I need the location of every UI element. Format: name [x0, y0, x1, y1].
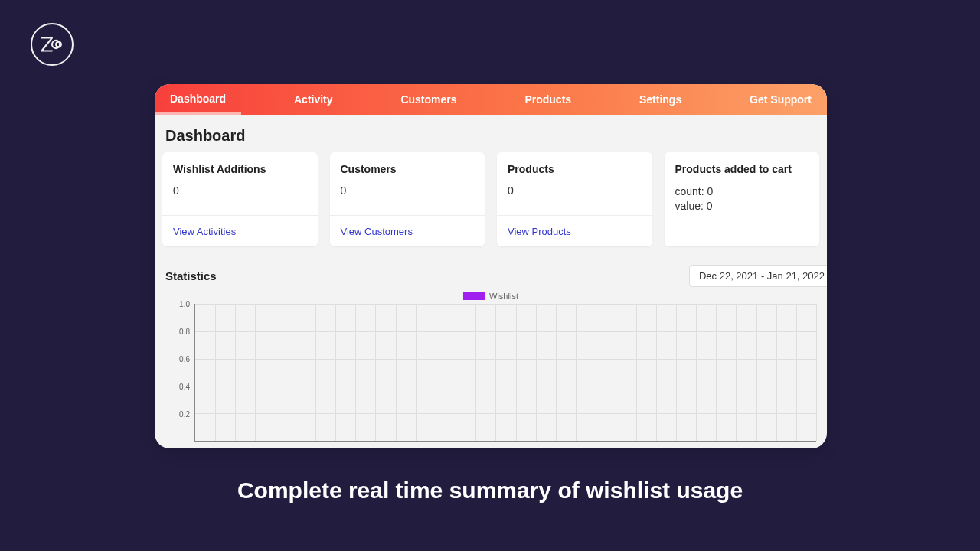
tab-dashboard[interactable]: Dashboard	[155, 84, 241, 115]
tab-settings[interactable]: Settings	[624, 84, 697, 115]
y-tick: 0.6	[179, 355, 190, 364]
nav-tabs: Dashboard Activity Customers Products Se…	[155, 84, 827, 115]
card-wishlist-additions: Wishlist Additions 0 View Activities	[162, 152, 318, 246]
card-title: Products added to cart	[675, 163, 809, 175]
card-title: Products	[508, 163, 642, 175]
card-title: Customers	[341, 163, 475, 175]
card-products-to-cart: Products added to cart count: 0 value: 0	[665, 152, 820, 246]
card-value: 0	[173, 184, 307, 197]
view-activities-link[interactable]: View Activities	[173, 226, 236, 237]
card-line-count: count: 0	[675, 184, 809, 199]
dashboard-panel: Dashboard Activity Customers Products Se…	[155, 84, 827, 448]
tab-products[interactable]: Products	[509, 84, 586, 115]
summary-cards: Wishlist Additions 0 View Activities Cus…	[161, 152, 821, 246]
card-line-value: value: 0	[675, 199, 809, 214]
brand-logo	[31, 23, 74, 66]
view-customers-link[interactable]: View Customers	[341, 226, 413, 237]
page-title: Dashboard	[165, 127, 816, 145]
y-tick: 0.8	[179, 328, 190, 336]
tab-activity[interactable]: Activity	[279, 84, 348, 115]
marketing-caption: Complete real time summary of wishlist u…	[0, 478, 980, 504]
y-tick: 1.0	[179, 300, 190, 308]
card-value: 0	[341, 184, 475, 197]
statistics-chart: 1.00.80.60.40.2	[175, 304, 816, 442]
y-tick: 0.4	[179, 383, 190, 391]
y-tick: 0.2	[179, 410, 190, 419]
date-range-picker[interactable]: Dec 22, 2021 - Jan 21, 2022	[689, 265, 827, 287]
card-products: Products 0 View Products	[497, 152, 652, 246]
view-products-link[interactable]: View Products	[508, 226, 571, 237]
card-value: 0	[508, 184, 642, 197]
card-customers: Customers 0 View Customers	[330, 152, 485, 246]
chart-legend: Wishlist	[161, 292, 821, 301]
legend-swatch	[463, 292, 485, 300]
tab-customers[interactable]: Customers	[385, 84, 472, 115]
tab-support[interactable]: Get Support	[734, 84, 827, 115]
legend-label: Wishlist	[489, 292, 518, 301]
statistics-title: Statistics	[165, 269, 217, 282]
card-title: Wishlist Additions	[173, 163, 307, 175]
